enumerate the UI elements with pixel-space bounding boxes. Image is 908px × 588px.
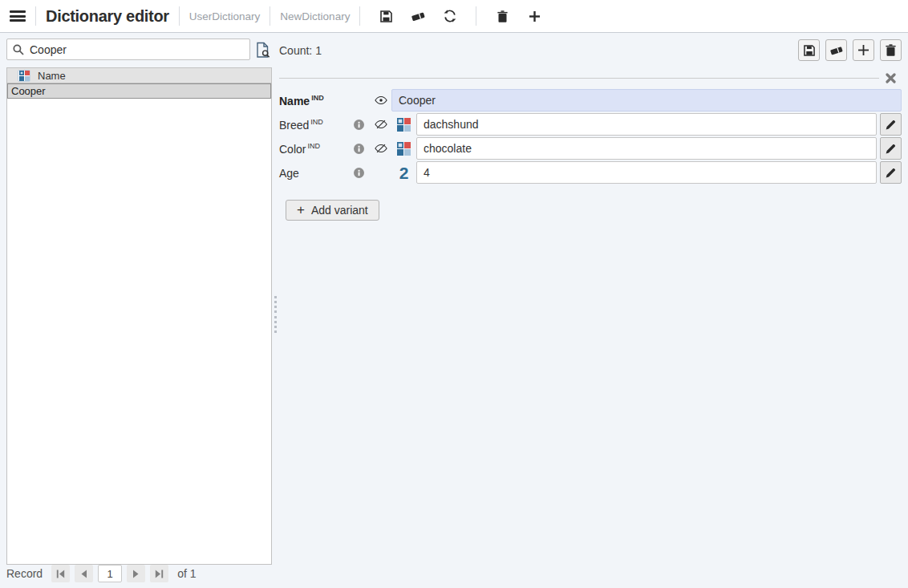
visibility-toggle[interactable]	[371, 119, 391, 130]
column-header-name[interactable]: Name	[38, 70, 66, 82]
separator	[359, 6, 360, 26]
tab-user-dictionary[interactable]: UserDictionary	[189, 10, 261, 22]
eye-slash-icon	[375, 143, 387, 154]
first-page-icon	[56, 570, 65, 578]
divider	[279, 78, 879, 79]
page-title: Dictionary editor	[46, 7, 169, 26]
index-tag: IND	[307, 142, 320, 150]
plus-icon: +	[297, 202, 305, 218]
visibility-toggle[interactable]	[371, 95, 391, 105]
previous-page-icon	[80, 570, 87, 578]
breed-value-input[interactable]	[416, 113, 877, 136]
first-page-button[interactable]	[51, 565, 70, 582]
info-icon[interactable]	[347, 120, 371, 130]
eraser-icon	[411, 10, 426, 22]
panel-splitter-handle[interactable]	[274, 296, 278, 333]
name-value-input[interactable]	[391, 89, 902, 112]
table-header-row[interactable]: Name	[7, 68, 271, 83]
page-number-input[interactable]	[98, 565, 122, 582]
tab-new-dictionary[interactable]: NewDictionary	[280, 10, 350, 22]
field-label: ColorIND	[279, 142, 347, 156]
close-icon[interactable]	[884, 71, 897, 84]
search-box	[6, 39, 250, 60]
dictionary-icon	[18, 70, 30, 82]
records-table: Name Cooper	[6, 67, 272, 565]
info-icon[interactable]	[347, 144, 371, 154]
field-row-breed: BreedIND	[279, 113, 902, 136]
delete-button[interactable]	[491, 5, 513, 27]
field-label: NameIND	[279, 94, 347, 107]
record-detail-form: NameIND BreedIND ColorIND	[279, 89, 902, 221]
dictionary-icon	[391, 118, 416, 132]
field-label: Age	[279, 166, 347, 180]
file-search-icon[interactable]	[254, 41, 272, 59]
pencil-icon	[886, 168, 896, 178]
pencil-icon	[886, 120, 896, 130]
save-button[interactable]	[375, 5, 397, 27]
next-page-button[interactable]	[127, 565, 145, 582]
record-pagination: Record of 1	[6, 565, 197, 582]
edit-breed-button[interactable]	[880, 113, 902, 136]
eye-icon	[375, 95, 387, 105]
edit-color-button[interactable]	[880, 137, 902, 160]
field-row-name: NameIND	[279, 89, 902, 112]
pencil-icon	[886, 144, 896, 154]
refresh-icon	[444, 10, 456, 22]
color-value-input[interactable]	[416, 137, 877, 160]
add-variant-label: Add variant	[311, 204, 368, 217]
previous-page-button[interactable]	[75, 565, 93, 582]
visibility-toggle[interactable]	[371, 143, 391, 154]
save-icon	[804, 45, 815, 56]
plus-icon	[857, 44, 869, 56]
eye-slash-icon	[375, 119, 387, 130]
field-row-age: Age 2	[279, 161, 902, 184]
add-variant-button[interactable]: + Add variant	[286, 200, 379, 221]
detail-add-button[interactable]	[853, 39, 874, 61]
clear-button[interactable]	[407, 5, 429, 27]
search-input[interactable]	[6, 39, 250, 60]
detail-delete-button[interactable]	[880, 39, 902, 61]
save-icon	[380, 10, 392, 22]
search-icon	[13, 44, 24, 55]
age-value-input[interactable]	[416, 161, 877, 184]
index-tag: IND	[310, 118, 323, 126]
detail-toolbar	[792, 39, 902, 61]
add-button[interactable]	[523, 5, 545, 27]
separator	[179, 6, 180, 26]
eraser-icon	[829, 45, 844, 56]
number-type-icon: 2	[391, 164, 416, 181]
trash-icon	[886, 44, 896, 56]
refresh-button[interactable]	[439, 5, 461, 27]
last-page-button[interactable]	[150, 565, 168, 582]
separator	[476, 6, 476, 26]
info-icon[interactable]	[347, 168, 371, 178]
separator	[270, 6, 270, 26]
plus-icon	[529, 10, 541, 22]
total-records-label: of 1	[177, 567, 196, 580]
edit-age-button[interactable]	[880, 161, 902, 184]
menu-icon[interactable]	[10, 10, 26, 22]
index-tag: IND	[311, 94, 324, 102]
field-row-color: ColorIND	[279, 137, 902, 160]
detail-clear-button[interactable]	[825, 39, 847, 61]
top-toolbar: Dictionary editor UserDictionary NewDict…	[0, 0, 908, 33]
count-label: Count: 1	[279, 44, 322, 57]
field-label: BreedIND	[279, 118, 347, 132]
last-page-icon	[155, 570, 164, 578]
next-page-icon	[132, 570, 140, 578]
type-badge: 2	[399, 164, 409, 181]
table-row[interactable]: Cooper	[7, 83, 271, 99]
detail-save-button[interactable]	[798, 39, 820, 61]
separator	[35, 6, 36, 26]
trash-icon	[497, 10, 508, 22]
dictionary-icon	[391, 142, 416, 156]
record-label: Record	[6, 567, 43, 580]
